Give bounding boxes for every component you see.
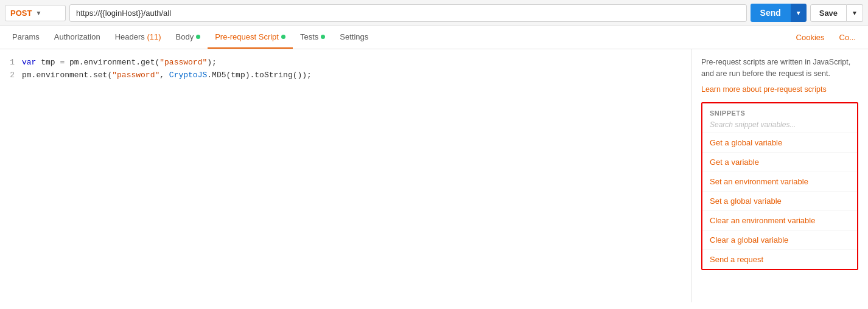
snippets-search-placeholder: Search snippet variables... — [702, 119, 857, 133]
snippets-panel: SNIPPETS Search snippet variables... Get… — [701, 102, 858, 270]
method-chevron-icon: ▼ — [35, 10, 41, 16]
snippet-get-variable[interactable]: Get a variable — [702, 153, 857, 172]
line-content-1: var tmp = pm.environment.get("password")… — [22, 57, 691, 69]
tab-authorization[interactable]: Authorization — [47, 26, 108, 49]
tab-pre-request-script[interactable]: Pre-request Script — [208, 26, 293, 49]
code-editor[interactable]: 1 var tmp = pm.environment.get("password… — [0, 49, 691, 89]
line-number-2: 2 — [0, 69, 22, 82]
sidebar-description: Pre-request scripts are written in JavaS… — [701, 57, 858, 80]
send-button[interactable]: Send — [751, 4, 791, 22]
line-content-2: pm.environment.set("password", CryptoJS.… — [22, 69, 691, 82]
code-line-1: 1 var tmp = pm.environment.get("password… — [0, 57, 691, 69]
method-label: POST — [10, 9, 32, 18]
code-line-2: 2 pm.environment.set("password", CryptoJ… — [0, 69, 691, 82]
code-link[interactable]: Co... — [832, 27, 863, 48]
body-dot — [196, 35, 200, 39]
snippet-send-request[interactable]: Send a request — [702, 250, 857, 269]
line-number-1: 1 — [0, 57, 22, 69]
tab-headers[interactable]: Headers (11) — [108, 26, 169, 49]
tab-settings[interactable]: Settings — [332, 26, 376, 49]
url-input[interactable] — [69, 4, 747, 22]
tab-tests[interactable]: Tests — [293, 26, 332, 49]
cookies-link[interactable]: Cookies — [789, 27, 832, 48]
pre-request-dot — [281, 35, 285, 39]
method-selector[interactable]: POST ▼ — [5, 5, 66, 21]
editor-area[interactable]: 1 var tmp = pm.environment.get("password… — [0, 49, 691, 302]
save-dropdown-button[interactable]: ▼ — [847, 4, 863, 22]
learn-more-link[interactable]: Learn more about pre-request scripts — [701, 85, 827, 94]
snippets-header: SNIPPETS — [702, 103, 857, 119]
snippet-set-env[interactable]: Set an environment variable — [702, 172, 857, 192]
top-bar: POST ▼ Send ▼ Save ▼ — [0, 0, 868, 26]
tab-params[interactable]: Params — [5, 26, 47, 49]
main-content: 1 var tmp = pm.environment.get("password… — [0, 49, 868, 302]
right-sidebar: Pre-request scripts are written in JavaS… — [691, 49, 868, 302]
tabs-bar: Params Authorization Headers (11) Body P… — [0, 26, 868, 49]
tests-dot — [321, 35, 325, 39]
tabs-right: Cookies Co... — [789, 27, 863, 48]
tab-body[interactable]: Body — [169, 26, 208, 49]
snippet-clear-env[interactable]: Clear an environment variable — [702, 211, 857, 231]
snippet-set-global[interactable]: Set a global variable — [702, 192, 857, 211]
save-button[interactable]: Save — [810, 4, 847, 22]
snippet-get-global[interactable]: Get a global variable — [702, 133, 857, 153]
snippet-clear-global[interactable]: Clear a global variable — [702, 231, 857, 250]
send-dropdown-button[interactable]: ▼ — [791, 4, 807, 22]
